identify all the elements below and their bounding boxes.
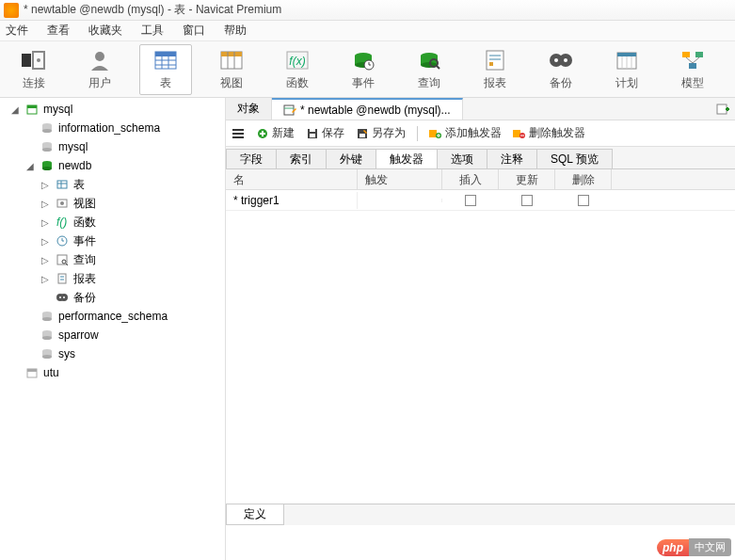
- subtab-5[interactable]: 注释: [487, 149, 537, 168]
- cell-name[interactable]: * trigger1: [226, 192, 358, 209]
- watermark: php 中文网: [657, 538, 731, 556]
- save-button[interactable]: 保存: [306, 125, 344, 141]
- backup-icon: [546, 47, 576, 73]
- expand-icon[interactable]: ▷: [41, 236, 51, 247]
- tb-label: 函数: [286, 75, 309, 91]
- tb-table-button[interactable]: 表: [139, 44, 192, 95]
- tb-report-button[interactable]: 报表: [469, 44, 521, 95]
- expand-icon[interactable]: ▷: [41, 199, 51, 209]
- table-icon: [55, 178, 70, 191]
- subtab-0[interactable]: 字段: [226, 149, 277, 168]
- saveas-icon: [356, 127, 369, 140]
- svg-point-52: [42, 148, 52, 152]
- subtab-2[interactable]: 外键: [326, 149, 376, 168]
- svg-point-80: [42, 336, 52, 340]
- sidebar-tree[interactable]: ◢mysqlinformation_schemamysql◢newdb▷表▷视图…: [0, 98, 226, 560]
- tree-item-备份[interactable]: 备份: [0, 288, 225, 307]
- tree-item-查询[interactable]: ▷查询: [0, 250, 225, 269]
- menu-file[interactable]: 文件: [6, 23, 28, 39]
- subtab-3[interactable]: 触发器: [375, 149, 438, 168]
- tree-item-newdb[interactable]: ◢newdb: [0, 156, 225, 175]
- db-icon: [40, 347, 55, 360]
- checkbox-icon[interactable]: [578, 195, 589, 206]
- tab-add-button[interactable]: [711, 98, 735, 120]
- tb-plan-button[interactable]: 计划: [600, 44, 653, 95]
- menu-favorites[interactable]: 收藏夹: [88, 23, 122, 39]
- checkbox-icon[interactable]: [521, 195, 533, 206]
- tab-objects[interactable]: 对象: [226, 98, 272, 120]
- tree-item-报表[interactable]: ▷报表: [0, 269, 225, 288]
- cell-insert[interactable]: [442, 195, 499, 206]
- tree-item-utu[interactable]: utu: [0, 363, 225, 382]
- tree-item-事件[interactable]: ▷事件: [0, 232, 225, 250]
- tree-label: 表: [73, 177, 85, 193]
- expand-icon[interactable]: ▷: [41, 180, 51, 190]
- col-insert[interactable]: 插入: [442, 169, 499, 189]
- svg-rect-98: [429, 130, 437, 137]
- col-trigger[interactable]: 触发: [358, 169, 442, 189]
- add-trigger-label: 添加触发器: [445, 125, 502, 141]
- tb-view-button[interactable]: 视图: [205, 44, 258, 95]
- query-icon: [55, 253, 70, 266]
- tb-function-button[interactable]: f(x)函数: [271, 44, 324, 95]
- menu-tools[interactable]: 工具: [141, 23, 164, 39]
- window-title: * newtable @newdb (mysql) - 表 - Navicat …: [24, 2, 281, 18]
- col-delete[interactable]: 删除: [555, 169, 612, 189]
- svg-rect-95: [310, 129, 315, 132]
- tree-item-函数[interactable]: ▷f()函数: [0, 213, 225, 232]
- menu-help[interactable]: 帮助: [224, 23, 247, 39]
- tree-label: sys: [58, 347, 75, 360]
- add-trigger-button[interactable]: 添加触发器: [429, 125, 502, 141]
- checkbox-icon[interactable]: [465, 195, 476, 206]
- expand-icon[interactable]: ▷: [41, 255, 51, 265]
- delete-trigger-icon: [513, 127, 526, 140]
- new-label: 新建: [272, 125, 295, 141]
- tree-item-表[interactable]: ▷表: [0, 175, 225, 194]
- tb-backup-button[interactable]: 备份: [535, 44, 587, 95]
- view-icon: [216, 47, 247, 73]
- svg-point-74: [63, 296, 65, 298]
- subtab-6[interactable]: SQL 预览: [536, 149, 613, 168]
- expand-icon[interactable]: ◢: [11, 104, 21, 115]
- tab-label: * newtable @newdb (mysql)...: [300, 104, 451, 117]
- tree-item-information_schema[interactable]: information_schema: [0, 119, 225, 137]
- subtab-4[interactable]: 选项: [437, 149, 487, 168]
- cell-delete[interactable]: [555, 195, 612, 206]
- subtabs: 字段索引外键触发器选项注释SQL 预览: [226, 147, 735, 169]
- expand-icon[interactable]: ▷: [41, 274, 51, 284]
- bottom-tab-definition[interactable]: 定义: [226, 504, 284, 525]
- new-button[interactable]: 新建: [256, 125, 295, 141]
- table-row[interactable]: * trigger1: [226, 190, 735, 211]
- connect-icon: [19, 47, 49, 73]
- cell-trigger[interactable]: [358, 199, 442, 202]
- svg-rect-0: [22, 54, 31, 67]
- delete-trigger-button[interactable]: 删除触发器: [513, 125, 585, 141]
- tree-item-sparrow[interactable]: sparrow: [0, 326, 225, 344]
- tree-item-mysql[interactable]: ◢mysql: [0, 100, 225, 119]
- tb-connect-button[interactable]: 连接: [8, 44, 60, 95]
- svg-rect-56: [57, 181, 67, 188]
- tb-query-button[interactable]: 查询: [403, 44, 455, 95]
- tb-user-button[interactable]: 用户: [73, 44, 126, 95]
- subtab-1[interactable]: 索引: [276, 149, 327, 168]
- tree-item-视图[interactable]: ▷视图: [0, 194, 225, 213]
- saveas-button[interactable]: 另存为: [356, 125, 406, 141]
- expand-icon[interactable]: ◢: [26, 161, 36, 171]
- menu-view[interactable]: 查看: [47, 23, 70, 39]
- tb-event-button[interactable]: 事件: [337, 44, 390, 95]
- col-update[interactable]: 更新: [499, 169, 555, 189]
- tree-label: information_schema: [58, 121, 160, 135]
- menu-window[interactable]: 窗口: [183, 23, 205, 39]
- menu-toggle[interactable]: [232, 127, 245, 140]
- cell-update[interactable]: [499, 195, 555, 206]
- tree-item-mysql[interactable]: mysql: [0, 137, 225, 156]
- svg-rect-5: [155, 52, 176, 56]
- expand-icon[interactable]: ▷: [41, 217, 51, 228]
- backup-icon: [55, 291, 70, 304]
- tab-newtable[interactable]: * newtable @newdb (mysql)...: [272, 98, 463, 120]
- grid-body[interactable]: * trigger1: [226, 190, 735, 504]
- col-name[interactable]: 名: [226, 169, 358, 189]
- tb-model-button[interactable]: 模型: [666, 44, 719, 95]
- tree-item-sys[interactable]: sys: [0, 344, 225, 363]
- tree-item-performance_schema[interactable]: performance_schema: [0, 307, 225, 326]
